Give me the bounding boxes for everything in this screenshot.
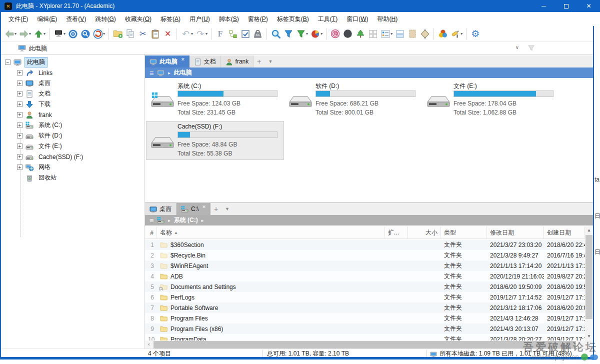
item-size-icon[interactable]: KG <box>252 28 264 40</box>
tab-此电脑[interactable]: 此电脑✕ <box>145 56 190 68</box>
tree-item-网络[interactable]: +网络 <box>1 162 144 172</box>
settings-icon[interactable]: ⚙ <box>469 28 482 40</box>
flat-view-icon[interactable]: F <box>214 28 226 40</box>
menu-item-10[interactable]: 标签页集(B) <box>272 13 314 26</box>
breadcrumb-location[interactable]: 系统 (C:) <box>174 216 198 224</box>
file-name[interactable]: ProgramData <box>170 336 206 341</box>
horizontal-scrollbar[interactable]: ‹ <box>145 340 585 349</box>
dropdown-caret-icon[interactable]: ▾ <box>460 32 462 36</box>
redo-icon[interactable]: ↷ <box>194 28 206 40</box>
file-row-PerfLogs[interactable]: 6PerfLogs文件夹2019/12/7 17:14:522019/12/7 … <box>145 292 585 302</box>
tab-close-icon[interactable]: ✕ <box>181 57 185 62</box>
minimize-button[interactable]: ─ <box>532 0 555 12</box>
horizontal-scroll-thumb[interactable] <box>154 341 576 348</box>
column-header-名称[interactable]: 名称▲ <box>157 226 385 239</box>
menu-item-7[interactable]: 用户(U) <box>185 13 214 26</box>
menu-item-1[interactable]: 文件(F) <box>4 13 32 26</box>
file-name[interactable]: PerfLogs <box>170 294 194 301</box>
file-name[interactable]: $360Section <box>170 242 204 248</box>
tree-expander-icon[interactable]: + <box>17 144 22 149</box>
menu-item-12[interactable]: 窗口(W) <box>342 13 372 26</box>
dropdown-caret-icon[interactable]: ▾ <box>191 32 193 36</box>
tree-item-label[interactable]: 软件 (D:) <box>36 131 64 140</box>
file-row-Portable Software[interactable]: 7Portable Software文件夹2021/3/12 18:17:062… <box>145 302 585 313</box>
forward-icon[interactable] <box>18 28 30 40</box>
drive-tile-Cache(SSD) (F:)[interactable]: Cache(SSD) (F:)Free Space: 48.84 GBTotal… <box>146 121 284 160</box>
tree-item-Links[interactable]: +Links <box>1 68 144 78</box>
color-filter-icon[interactable] <box>436 28 449 40</box>
tree-item-label[interactable]: 回收站 <box>36 173 58 182</box>
delete-icon[interactable]: ✕ <box>162 28 174 40</box>
file-name[interactable]: $WinREAgent <box>170 262 208 270</box>
column-header-大小[interactable]: 大小 <box>408 226 441 239</box>
tree-expander-icon[interactable]: + <box>17 102 22 107</box>
paint-format-icon[interactable] <box>449 28 462 40</box>
statistics-icon[interactable] <box>309 28 322 40</box>
new-folder-icon[interactable] <box>112 28 124 40</box>
dropdown-caret-icon[interactable]: ▾ <box>206 32 208 36</box>
tree-item-label[interactable]: Cache(SSD) (F:) <box>36 153 85 161</box>
tree-item-label[interactable]: 此电脑 <box>24 57 48 68</box>
tab-label[interactable]: C:\ <box>191 206 198 212</box>
file-name[interactable]: $Recycle.Bin <box>170 252 206 259</box>
menu-item-5[interactable]: 收藏夹(O) <box>120 13 156 26</box>
dropdown-caret-icon[interactable]: ▾ <box>306 32 308 36</box>
tab-label[interactable]: frank <box>236 58 249 65</box>
file-row-Documents and Settings[interactable]: 5↗Documents and Settings文件夹2018/6/20 19:… <box>145 282 585 292</box>
menu-item-13[interactable]: 帮助(H) <box>372 13 402 26</box>
checkbox-select-icon[interactable] <box>239 28 252 40</box>
column-header-修改日期[interactable]: 修改日期 <box>487 226 544 239</box>
tab-list-dropdown-icon[interactable]: ▼ <box>222 206 233 212</box>
find-icon[interactable] <box>79 28 92 40</box>
tree-expander-icon[interactable]: + <box>17 112 22 118</box>
new-tab-icon[interactable]: + <box>254 58 264 66</box>
filter-blue-icon[interactable] <box>282 28 294 40</box>
dropdown-caret-icon[interactable]: ▾ <box>64 32 66 36</box>
file-row-Program Files[interactable]: 8Program Files文件夹2021/4/3 12:46:282019/1… <box>145 313 585 324</box>
tree-item-frank[interactable]: +frank <box>1 110 144 120</box>
close-button[interactable]: ✕ <box>578 0 600 12</box>
drive-tile-文件 (E:)[interactable]: 文件 (E:)Free Space: 178.04 GBTotal Size: … <box>422 80 560 119</box>
tree-item-label[interactable]: 网络 <box>36 162 52 172</box>
tree-expander-icon[interactable]: + <box>17 154 22 160</box>
tab-C:\[interactable]: C:\✕ <box>176 203 210 215</box>
pane-splitter[interactable] <box>145 202 593 203</box>
maximize-button[interactable] <box>555 0 578 12</box>
dropdown-caret-icon[interactable]: ▾ <box>103 32 105 36</box>
tree-item-文件 (E:)[interactable]: +文件 (E:) <box>1 141 144 152</box>
vertical-scroll-thumb[interactable] <box>586 235 592 319</box>
visual-filter-icon[interactable] <box>528 44 535 54</box>
tree-toggle-icon[interactable] <box>226 28 239 40</box>
breadcrumb-menu-icon[interactable]: ≡ <box>150 69 154 77</box>
file-name[interactable]: Program Files (x86) <box>170 326 223 332</box>
dark-mode-icon[interactable] <box>342 28 354 40</box>
tree-expander-icon[interactable]: + <box>17 70 22 76</box>
rotate-paper-icon[interactable] <box>418 28 431 40</box>
paper-icon[interactable] <box>406 28 418 40</box>
undo-icon[interactable]: ↶ <box>180 28 192 40</box>
split-panes-icon[interactable] <box>394 28 406 40</box>
dropdown-caret-icon[interactable]: ▾ <box>44 32 46 36</box>
file-name[interactable]: Documents and Settings <box>170 284 236 290</box>
cut-icon[interactable]: ✂ <box>136 28 149 40</box>
tab-label[interactable]: 此电脑 <box>160 58 178 66</box>
tree-item-下载[interactable]: +下载 <box>1 99 144 110</box>
tree-item-label[interactable]: 桌面 <box>36 78 52 88</box>
file-row-ProgramData[interactable]: 10ProgramData文件夹2021/3/28 20:20:272019/1… <box>145 334 585 340</box>
paste-icon[interactable] <box>149 28 162 40</box>
scroll-left-icon[interactable]: ‹ <box>145 340 153 349</box>
tree-expander-icon[interactable]: + <box>17 164 22 170</box>
tab-close-icon[interactable]: ✕ <box>202 204 206 210</box>
tree-item-系统 (C:)[interactable]: +系统 (C:) <box>1 120 144 130</box>
column-header-类型[interactable]: 类型 <box>441 226 487 239</box>
tree-item-软件 (D:)[interactable]: +软件 (D:) <box>1 130 144 141</box>
tab-label[interactable]: 文档 <box>204 58 216 66</box>
search-icon[interactable] <box>270 28 282 40</box>
tree-expander-icon[interactable]: + <box>17 80 22 86</box>
back-icon[interactable] <box>3 28 16 40</box>
mini-tree-icon[interactable] <box>52 28 64 40</box>
tree-item-label[interactable]: 文档 <box>36 89 52 98</box>
file-name[interactable]: Program Files <box>170 315 208 322</box>
column-header-创建日期[interactable]: 创建日期 <box>544 226 585 239</box>
tree-expander-icon[interactable]: + <box>17 122 22 128</box>
